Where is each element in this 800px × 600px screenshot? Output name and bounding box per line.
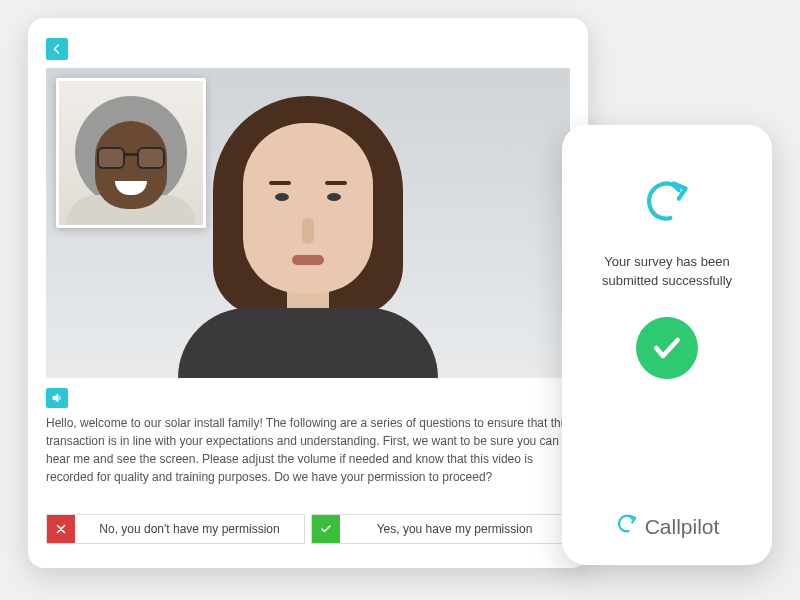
customer-video-pip — [56, 78, 206, 228]
callpilot-logo-icon — [640, 175, 694, 233]
transcript-text: Hello, welcome to our solar install fami… — [46, 414, 570, 486]
agent-avatar — [168, 68, 448, 378]
answer-row: No, you don't have my permission Yes, yo… — [46, 514, 570, 544]
replay-audio-button[interactable] — [46, 388, 68, 408]
answer-no-label: No, you don't have my permission — [75, 522, 304, 536]
brand-name: Callpilot — [645, 515, 720, 539]
success-badge — [636, 317, 698, 379]
video-call-area — [46, 68, 570, 378]
arrow-left-icon — [51, 43, 63, 55]
tablet-device: Hello, welcome to our solar install fami… — [28, 18, 588, 568]
transcript-panel: Hello, welcome to our solar install fami… — [46, 388, 570, 486]
answer-no-button[interactable]: No, you don't have my permission — [46, 514, 305, 544]
speaker-icon — [51, 392, 63, 404]
brand-footer: Callpilot — [615, 512, 720, 541]
answer-yes-label: Yes, you have my permission — [340, 522, 569, 536]
confirmation-message: Your survey has been submitted successfu… — [582, 253, 752, 291]
check-icon — [651, 332, 683, 364]
phone-device: Your survey has been submitted successfu… — [562, 125, 772, 565]
callpilot-logo-small-icon — [615, 512, 639, 541]
answer-yes-button[interactable]: Yes, you have my permission — [311, 514, 570, 544]
x-icon — [47, 515, 75, 543]
check-icon — [312, 515, 340, 543]
back-button[interactable] — [46, 38, 68, 60]
